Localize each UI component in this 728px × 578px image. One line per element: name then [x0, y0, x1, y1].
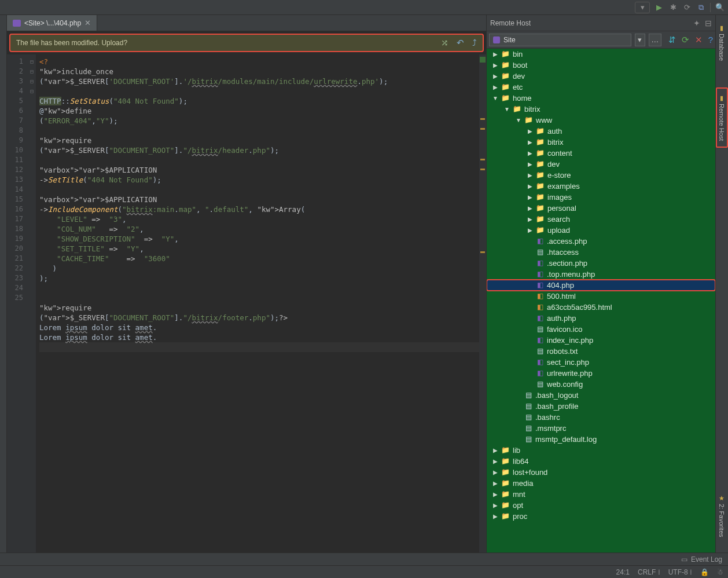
tree-label: www [536, 115, 552, 126]
tree-node[interactable]: ▶📁proc [487, 511, 715, 522]
tree-node[interactable]: ▶📁opt [487, 500, 715, 511]
tree-node[interactable]: ▶📁media [487, 478, 715, 489]
status-encoding[interactable]: UTF-8 ⁞ [668, 568, 692, 576]
status-position[interactable]: 24:1 [616, 568, 630, 576]
tree-label: web.config [547, 379, 583, 390]
tree-node[interactable]: ◧auth.php [487, 313, 715, 324]
tree-node[interactable]: ▤.msmtprc [487, 423, 715, 434]
tree-node[interactable]: ▶📁auth [487, 126, 715, 137]
tree-node[interactable]: ◧404.php [487, 280, 715, 291]
tree-label: media [513, 478, 533, 489]
tree-node[interactable]: ▶📁personal [487, 203, 715, 214]
tree-node[interactable]: ◧a63ccb5ac995.html [487, 302, 715, 313]
event-log-bar[interactable]: ▭ Event Log [0, 553, 728, 565]
tree-node[interactable]: ▶📁dev [487, 159, 715, 170]
folder-icon: 📁 [501, 93, 510, 104]
tree-node[interactable]: ◧index_inc.php [487, 335, 715, 346]
error-stripe[interactable] [479, 54, 486, 553]
close-tab-icon[interactable]: ✕ [84, 19, 91, 27]
tree-node[interactable]: ▶📁examples [487, 181, 715, 192]
help-icon[interactable]: ? [708, 35, 713, 45]
tree-node[interactable]: ▶📁dev [487, 71, 715, 82]
tree-node[interactable]: ▤robots.txt [487, 346, 715, 357]
deployment-dropdown[interactable]: ▾ [635, 34, 645, 46]
tree-node[interactable]: ▶📁images [487, 192, 715, 203]
tree-node[interactable]: ▤.htaccess [487, 247, 715, 258]
tree-node[interactable]: ▤.bash_profile [487, 401, 715, 412]
tree-node[interactable]: ▼📁bitrix [487, 104, 715, 115]
settings-icon[interactable]: ✦ [693, 19, 700, 28]
run-icon[interactable]: ▶ [655, 3, 664, 12]
tree-node[interactable]: ▶📁lib64 [487, 456, 715, 467]
tree-node[interactable]: ▤msmtp_default.log [487, 434, 715, 445]
tree-node[interactable]: ◧500.html [487, 291, 715, 302]
deployment-more[interactable]: … [649, 34, 661, 46]
folder-icon: 📁 [536, 181, 545, 192]
profile-icon[interactable]: ⧉ [696, 3, 705, 12]
hide-icon[interactable]: ⊟ [705, 19, 712, 28]
rail-database[interactable]: ▮ Database [717, 21, 727, 64]
tree-node[interactable]: ◧sect_inc.php [487, 357, 715, 368]
tree-node[interactable]: ▶📁lost+found [487, 467, 715, 478]
tree-node[interactable]: ▶📁content [487, 148, 715, 159]
rail-favorites[interactable]: ★ 2: Favorites [717, 491, 727, 541]
tree-label: e-store [547, 170, 571, 181]
lock-icon[interactable]: 🔒 [700, 568, 709, 576]
folder-icon: 📁 [501, 82, 510, 93]
tree-node[interactable]: ▼📁home [487, 93, 715, 104]
remote-host-title: Remote Host [490, 19, 531, 27]
debug-icon[interactable]: ✱ [668, 3, 678, 12]
tree-node[interactable]: ▶📁bin [487, 49, 715, 60]
tree-node[interactable]: ▶📁search [487, 214, 715, 225]
search-icon[interactable]: 🔍 [715, 3, 725, 12]
tree-node[interactable]: ▶📁etc [487, 82, 715, 93]
code-area[interactable]: <?"kw">include_once("var">$_SERVER['DOCU… [36, 54, 479, 553]
file-icon: ◧ [536, 269, 544, 280]
tab-404-php[interactable]: <Site> \...\404.php ✕ [7, 15, 97, 31]
tree-node[interactable]: ◧.top.menu.php [487, 269, 715, 280]
folder-icon: 📁 [501, 445, 510, 456]
php-file-icon [13, 20, 21, 27]
tree-node[interactable]: ▶📁boot [487, 60, 715, 71]
revert-icon[interactable]: ↶ [457, 38, 464, 48]
coverage-icon[interactable]: ⟳ [682, 3, 692, 12]
deployment-select[interactable]: Site [489, 34, 631, 46]
file-icon: ▤ [536, 247, 544, 258]
tree-node[interactable]: ▤web.config [487, 379, 715, 390]
status-bar: 24:1 CRLF ⁞ UTF-8 ⁞ 🔒 ☃ [0, 565, 728, 578]
tree-node[interactable]: ◧.access.php [487, 236, 715, 247]
upload-icon[interactable]: ⤴ [472, 38, 477, 48]
tree-node[interactable]: ◧.section.php [487, 258, 715, 269]
event-log-label: Event Log [691, 555, 722, 564]
tree-node[interactable]: ▼📁www [487, 115, 715, 126]
folder-icon: 📁 [501, 60, 510, 71]
tree-node[interactable]: ◧urlrewrite.php [487, 368, 715, 379]
compare-icon[interactable]: ⤮ [441, 38, 448, 48]
tree-label: .access.php [547, 236, 587, 247]
folder-icon: 📁 [536, 192, 545, 203]
status-line-separator[interactable]: CRLF ⁞ [638, 568, 660, 576]
tree-node[interactable]: ▤favicon.ico [487, 324, 715, 335]
folder-icon: 📁 [501, 511, 510, 522]
file-icon: ▤ [524, 423, 532, 434]
disconnect-icon[interactable]: ✕ [695, 35, 703, 45]
tree-node[interactable]: ▶📁mnt [487, 489, 715, 500]
diff-icon[interactable]: ⇵ [668, 35, 676, 45]
tree-node[interactable]: ▶📁lib [487, 445, 715, 456]
hector-icon[interactable]: ☃ [717, 568, 723, 576]
line-gutter: 1234567891011121314151617181920212223242… [7, 54, 28, 553]
tree-label: .bash_logout [535, 390, 578, 401]
tree-node[interactable]: ▤.bash_logout [487, 390, 715, 401]
tree-label: images [547, 192, 572, 203]
run-config-selector[interactable]: ▾ [635, 2, 650, 13]
rail-remote-host[interactable]: ▮ Remote Host [716, 87, 728, 148]
code-editor[interactable]: 1234567891011121314151617181920212223242… [7, 54, 486, 553]
remote-file-tree[interactable]: ▶📁bin▶📁boot▶📁dev▶📁etc▼📁home▼📁bitrix▼📁www… [487, 49, 715, 553]
tree-label: examples [547, 181, 580, 192]
tree-node[interactable]: ▶📁e-store [487, 170, 715, 181]
tree-node[interactable]: ▶📁upload [487, 225, 715, 236]
tree-node[interactable]: ▶📁bitrix [487, 137, 715, 148]
refresh-icon[interactable]: ⟳ [682, 35, 689, 45]
tree-node[interactable]: ▤.bashrc [487, 412, 715, 423]
tree-label: .bash_profile [535, 401, 578, 412]
